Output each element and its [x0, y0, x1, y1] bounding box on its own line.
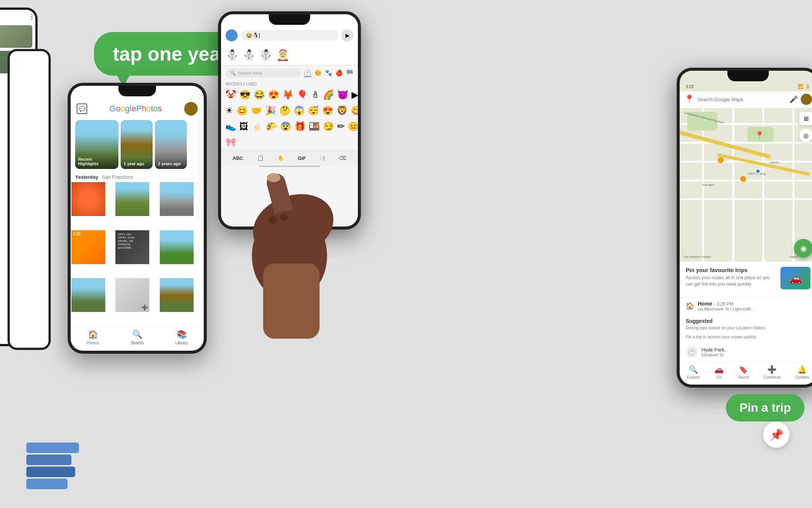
- photo-cell-9[interactable]: [160, 278, 194, 312]
- photo-cell-5[interactable]: VINYL CDsTAPES, DVDsDRUMS, VWSTEREOSand …: [115, 230, 149, 264]
- photo-cell-6[interactable]: [160, 230, 194, 264]
- emoji-scream[interactable]: 😱: [292, 104, 306, 117]
- emoji-tab-food[interactable]: 🍎: [335, 69, 343, 77]
- emoji-more[interactable]: ▶: [350, 88, 359, 101]
- maps-nav-contribute[interactable]: ➕ Contribute: [764, 365, 781, 379]
- photos-nav-library-icon: 📚: [177, 330, 187, 339]
- photos-nav-library[interactable]: 📚 Library: [175, 330, 188, 345]
- emoji-balloon[interactable]: 🎈: [295, 88, 309, 101]
- emoji-think[interactable]: 🤔: [278, 104, 292, 117]
- maps-go-label: Go: [717, 375, 721, 379]
- maps-mic-icon[interactable]: 🎤: [789, 95, 798, 103]
- emoji-snowman-1[interactable]: ⛄: [226, 49, 239, 61]
- left-phone-top-bar: [0, 14, 32, 20]
- maps-suggested-sub: Driving trips based on your Location His…: [680, 325, 812, 333]
- photo-cell-7[interactable]: [71, 278, 105, 312]
- photo-cell-3[interactable]: [160, 182, 194, 216]
- maps-nav-explore[interactable]: 🔍 Explore: [687, 365, 700, 379]
- emoji-cool[interactable]: 😎: [238, 88, 252, 101]
- photos-avatar[interactable]: [184, 102, 198, 116]
- emoji-search-bar: 🔍 Search emoji 🕐 😊 🐾 🍎 🏁: [221, 65, 358, 81]
- map-pin-1[interactable]: 📍: [755, 131, 764, 140]
- photo-cell-4[interactable]: 2:23: [71, 230, 105, 264]
- emoji-ribbon[interactable]: 🎀: [224, 136, 238, 149]
- svg-point-6: [267, 173, 280, 182]
- emoji-gift[interactable]: 🎁: [293, 120, 307, 133]
- emoji-heart-eyes[interactable]: 😍: [321, 104, 335, 117]
- emoji-snowman-2[interactable]: ⛄: [242, 49, 256, 61]
- map-pin-3[interactable]: 🟠: [740, 176, 746, 182]
- maps-phone: 3:22 📶🔋 📍 Search Google Maps 🎤: [677, 68, 812, 388]
- emoji-sun[interactable]: ☀: [224, 104, 235, 117]
- left-phone-item-1: [0, 25, 32, 48]
- photo-cell-1[interactable]: [71, 182, 105, 216]
- emoji-lion[interactable]: 🦁: [335, 104, 349, 117]
- emoji-yum[interactable]: 😋: [350, 104, 361, 117]
- emoji-tab-nature[interactable]: 🐾: [325, 69, 332, 77]
- photos-nav-search-label: Search: [131, 341, 144, 345]
- highlight-card-recent[interactable]: RecentHighlights: [75, 120, 118, 169]
- photos-message-icon[interactable]: 💬: [77, 103, 87, 114]
- pin-trip-text: Pin a trip: [739, 401, 791, 414]
- emoji-devil[interactable]: 😈: [336, 88, 350, 101]
- emoji-tab-smileys[interactable]: 😊: [314, 69, 322, 77]
- highlight-card-1year[interactable]: 1 year ago: [121, 120, 153, 169]
- emoji-smile2[interactable]: 😊: [235, 104, 249, 117]
- emoji-love[interactable]: 😍: [267, 88, 280, 101]
- maps-avatar[interactable]: [801, 94, 812, 105]
- emoji-handshake[interactable]: 🤝: [250, 104, 263, 117]
- emoji-tab-recent[interactable]: 🕐: [304, 69, 311, 77]
- emoji-bento[interactable]: 🍱: [308, 120, 321, 133]
- emoji-fox[interactable]: 🦊: [281, 88, 295, 101]
- map-compass-button[interactable]: ◎: [799, 129, 812, 142]
- photos-nav-photos[interactable]: 🏠 Photos: [86, 330, 99, 345]
- emoji-taco[interactable]: 🌮: [265, 120, 278, 133]
- map-pin-2[interactable]: 🟠: [717, 157, 724, 163]
- photos-screen: 💬 Google Photos RecentHighlights 1 year …: [71, 86, 204, 351]
- photo-cell-8[interactable]: ➕: [115, 278, 149, 312]
- emoji-send-button[interactable]: ▶: [341, 29, 353, 41]
- maps-time: 3:22: [686, 84, 694, 89]
- book-1: [26, 443, 79, 453]
- map-locate-button[interactable]: ◉: [794, 239, 812, 258]
- map-layer-button[interactable]: ⊞: [799, 112, 812, 125]
- emoji-shoe[interactable]: 👟: [224, 120, 238, 133]
- map-area[interactable]: Campderdown Memorial Rest Park Thai Poth…: [680, 108, 812, 262]
- emoji-photo[interactable]: 🖼: [238, 120, 250, 133]
- highlight-card-2years[interactable]: 2 years ago: [155, 120, 187, 169]
- emoji-search-placeholder: Search emoji: [238, 71, 262, 75]
- maps-nav-go[interactable]: 🚗 Go: [714, 365, 724, 379]
- emoji-search-input[interactable]: 🔍 Search emoji: [226, 68, 301, 78]
- highlight-label-recent: RecentHighlights: [78, 157, 115, 166]
- photo-cell-2[interactable]: [115, 182, 149, 216]
- photos-nav-search[interactable]: 🔍 Search: [131, 330, 144, 345]
- emoji-finger-point[interactable]: ☝: [250, 120, 264, 133]
- pin-floating-button[interactable]: 📌: [763, 421, 789, 448]
- location-name: Hyde Park,: [701, 347, 810, 353]
- emoji-rainbow[interactable]: 🌈: [322, 88, 335, 101]
- maps-saved-label: Saved: [738, 375, 749, 379]
- emoji-grid-row1: 🤡 😎 😂 😍 🦊 🎈 🕯 🌈 😈 ▶: [221, 87, 358, 103]
- emoji-clown[interactable]: 🤡: [224, 88, 238, 101]
- emoji-snowman-4[interactable]: 🤶: [276, 49, 289, 61]
- map-grid: Campderdown Memorial Rest Park Thai Poth…: [680, 108, 812, 262]
- emoji-text-input[interactable]: 😂🐧|: [241, 30, 338, 41]
- emoji-snowman-3[interactable]: ☃️: [259, 49, 273, 61]
- maps-search-input[interactable]: Search Google Maps: [697, 96, 786, 102]
- maps-home-route[interactable]: 🏠 Home - 3:26 PM via Albermarle St • Lig…: [680, 297, 812, 314]
- emoji-party[interactable]: 🎉: [264, 104, 277, 117]
- emoji-scared[interactable]: 😨: [279, 120, 292, 133]
- maps-location-item[interactable]: 🕐 Hyde Park, Elizabeth St: [680, 342, 812, 362]
- emoji-sleepy[interactable]: 😴: [307, 104, 320, 117]
- maps-search-placeholder: Search Google Maps: [697, 97, 743, 102]
- emoji-tab-flags[interactable]: 🏁: [346, 69, 353, 77]
- maps-nav-saved[interactable]: 🔖 Saved: [738, 365, 749, 379]
- emoji-smirk[interactable]: 😏: [322, 120, 335, 133]
- emoji-candle[interactable]: 🕯: [310, 88, 321, 101]
- emoji-avatar: [226, 29, 238, 41]
- emoji-neutral[interactable]: 😐: [347, 120, 360, 133]
- emoji-laugh[interactable]: 😂: [253, 88, 266, 101]
- emoji-pencil[interactable]: ✏: [336, 120, 346, 133]
- three-dots-menu[interactable]: [31, 14, 32, 20]
- maps-nav-updates[interactable]: 🔔 Updates: [795, 365, 809, 379]
